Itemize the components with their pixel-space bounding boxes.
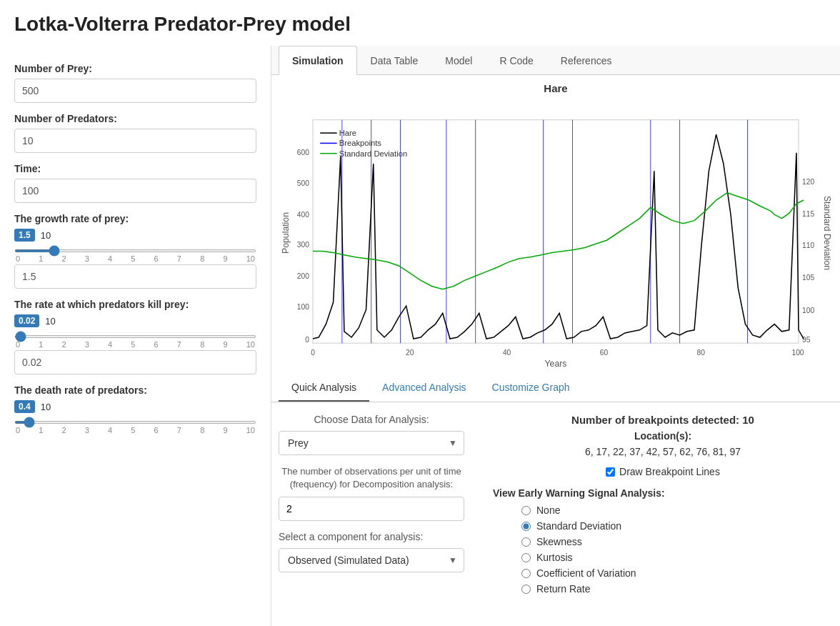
svg-text:Standard Deviation: Standard Deviation <box>822 196 832 270</box>
growth-rate-label: The growth rate of prey: <box>14 213 256 224</box>
ews-none-label: None <box>536 505 560 516</box>
choose-data-label: Choose Data for Analysis: <box>279 414 464 425</box>
svg-text:400: 400 <box>297 211 309 219</box>
ews-sd-row: Standard Deviation <box>521 520 833 532</box>
prey-label: Number of Prey: <box>14 63 256 74</box>
svg-text:Hare: Hare <box>339 129 356 137</box>
ews-skewness-radio[interactable] <box>521 537 531 547</box>
time-label: Time: <box>14 163 256 174</box>
main-chart-svg: Population Standard Deviation 0 100 200 … <box>279 97 833 369</box>
svg-text:500: 500 <box>297 179 309 187</box>
ews-skewness-label: Skewness <box>536 536 582 547</box>
data-select[interactable]: Prey Predators <box>279 431 464 455</box>
ews-skewness-row: Skewness <box>521 536 833 547</box>
ews-kurtosis-label: Kurtosis <box>536 552 573 563</box>
tab-simulation[interactable]: Simulation <box>279 46 357 75</box>
chart-area: Hare Population Standard Deviation 0 100… <box>271 75 840 369</box>
ews-kurtosis-radio[interactable] <box>521 553 531 562</box>
growth-rate-max: 10 <box>41 230 51 241</box>
component-label: Select a component for analysis: <box>279 531 464 542</box>
death-rate-max: 10 <box>41 402 51 412</box>
svg-text:Standard Deviation: Standard Deviation <box>339 149 407 158</box>
svg-text:20: 20 <box>406 349 414 357</box>
svg-text:Years: Years <box>545 359 567 369</box>
page-title: Lotka-Volterra Predator-Prey model <box>0 0 840 46</box>
breakpoint-locations-label: Location(s): <box>493 430 833 442</box>
svg-text:110: 110 <box>802 242 814 249</box>
chart-title: Hare <box>279 82 833 94</box>
draw-breakpoints-checkbox[interactable] <box>606 467 615 477</box>
data-select-wrap: Prey Predators ▼ <box>279 431 464 455</box>
ews-rr-radio[interactable] <box>521 585 531 594</box>
ews-sd-radio[interactable] <box>521 522 531 531</box>
tab-advanced-analysis[interactable]: Advanced Analysis <box>369 374 479 402</box>
ews-cv-label: Coefficient of Variation <box>536 567 636 579</box>
ews-none-radio[interactable] <box>521 506 531 515</box>
svg-text:600: 600 <box>297 149 309 156</box>
ews-sd-label: Standard Deviation <box>536 520 621 532</box>
component-select[interactable]: Observed (Simulated Data) Trend Seasonal… <box>279 548 464 572</box>
svg-text:105: 105 <box>802 274 814 282</box>
tab-quick-analysis[interactable]: Quick Analysis <box>279 374 369 402</box>
tab-references[interactable]: References <box>547 46 626 75</box>
ews-title: View Early Warning Signal Analysis: <box>493 487 833 499</box>
tab-r-code[interactable]: R Code <box>486 46 546 75</box>
predators-input[interactable] <box>14 129 256 153</box>
svg-text:0: 0 <box>305 336 309 344</box>
svg-text:40: 40 <box>503 349 511 357</box>
svg-text:Population: Population <box>281 212 291 254</box>
breakpoint-count: Number of breakpoints detected: 10 <box>493 414 833 426</box>
analysis-left: Choose Data for Analysis: Prey Predators… <box>279 414 464 595</box>
ews-kurtosis-row: Kurtosis <box>521 552 833 563</box>
kill-rate-badge: 0.02 <box>14 314 39 327</box>
svg-text:200: 200 <box>297 272 309 280</box>
tab-customize-graph[interactable]: Customize Graph <box>479 374 583 402</box>
ews-cv-row: Coefficient of Variation <box>521 567 833 579</box>
death-rate-slider[interactable] <box>14 421 256 424</box>
prey-input[interactable] <box>14 79 256 103</box>
svg-text:115: 115 <box>802 210 814 218</box>
growth-rate-input[interactable] <box>14 264 256 289</box>
ews-none-row: None <box>521 505 833 516</box>
ews-cv-radio[interactable] <box>521 569 531 578</box>
svg-text:60: 60 <box>600 349 609 357</box>
analysis-right: Number of breakpoints detected: 10 Locat… <box>479 414 833 595</box>
svg-text:95: 95 <box>802 336 811 344</box>
svg-text:0: 0 <box>311 349 315 357</box>
draw-breakpoint-row: Draw Breakpoint Lines <box>493 466 833 477</box>
kill-rate-label: The rate at which predators kill prey: <box>14 299 256 310</box>
analysis-content: Choose Data for Analysis: Prey Predators… <box>271 402 840 606</box>
breakpoint-values: 6, 17, 22, 37, 42, 57, 62, 76, 81, 97 <box>493 446 833 457</box>
ews-radio-group: None Standard Deviation Skewness Kurtosi… <box>493 505 833 595</box>
tab-data-table[interactable]: Data Table <box>357 46 432 75</box>
kill-rate-input[interactable] <box>14 350 256 374</box>
svg-text:120: 120 <box>802 178 814 186</box>
growth-rate-badge: 1.5 <box>14 229 35 242</box>
component-select-wrap: Observed (Simulated Data) Trend Seasonal… <box>279 548 464 572</box>
tab-model[interactable]: Model <box>431 46 486 75</box>
main-tab-bar: Simulation Data Table Model R Code Refer… <box>271 46 840 75</box>
svg-text:100: 100 <box>297 303 309 311</box>
growth-rate-slider[interactable] <box>14 249 256 252</box>
svg-text:100: 100 <box>802 307 814 314</box>
analysis-tab-bar: Quick Analysis Advanced Analysis Customi… <box>271 374 840 402</box>
ews-rr-row: Return Rate <box>521 583 833 595</box>
freq-input[interactable] <box>279 497 464 521</box>
left-panel: Number of Prey: Number of Predators: Tim… <box>0 46 271 626</box>
death-rate-label: The death rate of predators: <box>14 384 256 396</box>
freq-label: The number of observations per unit of t… <box>279 465 464 491</box>
chart-container: Population Standard Deviation 0 100 200 … <box>279 97 833 369</box>
kill-rate-slider[interactable] <box>14 335 256 338</box>
predators-label: Number of Predators: <box>14 113 256 124</box>
draw-breakpoints-label[interactable]: Draw Breakpoint Lines <box>619 466 720 477</box>
time-input[interactable] <box>14 179 256 203</box>
svg-text:300: 300 <box>297 241 309 249</box>
svg-text:100: 100 <box>791 349 804 357</box>
svg-text:80: 80 <box>697 349 706 357</box>
right-panel: Simulation Data Table Model R Code Refer… <box>271 46 840 626</box>
ews-rr-label: Return Rate <box>536 583 590 595</box>
death-rate-badge: 0.4 <box>14 400 35 413</box>
svg-text:Breakpoints: Breakpoints <box>339 139 382 147</box>
kill-rate-max: 10 <box>45 316 55 327</box>
